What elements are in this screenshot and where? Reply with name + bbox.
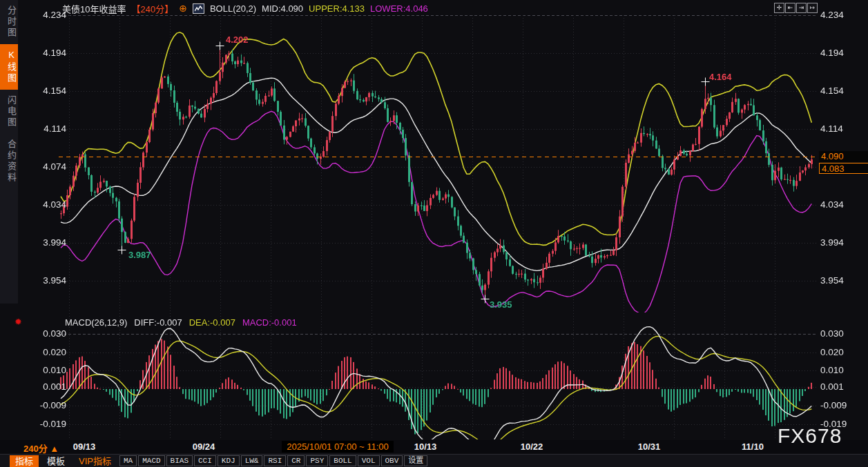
- indicator-obv-button[interactable]: OBV: [381, 455, 403, 466]
- macd-dea-value: DEA:-0.007: [189, 317, 235, 328]
- live-dot-icon: ✹: [15, 317, 22, 327]
- date-tick: 10/22: [516, 441, 548, 452]
- price-axis-label: 4.114: [820, 123, 867, 135]
- macd-diff-value: DIFF:-0.007: [134, 317, 182, 328]
- macd-axis-label: -0.009: [820, 399, 867, 412]
- sidebar-tab-contract-info[interactable]: 合约资料: [0, 134, 18, 189]
- scale-left-icon[interactable]: ⇤: [785, 3, 795, 13]
- indicator-kdj-button[interactable]: KDJ: [218, 455, 240, 466]
- date-tick: 10/31: [633, 441, 665, 452]
- macd-axis-label: 0.020: [820, 346, 867, 359]
- indicator-macd-button[interactable]: MACD: [138, 455, 164, 466]
- instrument-title: 美债10年收益率: [62, 2, 126, 15]
- boll-indicator-label: BOLL(20,2): [210, 3, 256, 14]
- jump-latest-icon[interactable]: ↦: [807, 3, 818, 13]
- price-axis-label: 4.154: [820, 85, 867, 97]
- tab-template[interactable]: 模板: [41, 455, 70, 467]
- high-annotation: 4.164: [709, 72, 732, 82]
- boll-mid-value: MID:4.090: [262, 3, 303, 14]
- alarm-clock-icon[interactable]: ⊕: [179, 3, 187, 14]
- macd-axis-label: 0.020: [0, 346, 66, 359]
- period-tag[interactable]: 【240分】: [131, 2, 173, 15]
- tab-indicator[interactable]: 指标: [10, 455, 39, 467]
- date-tick: 09/13: [68, 441, 100, 452]
- price-axis-label: 4.034: [820, 199, 867, 211]
- fx678-watermark: FX678: [778, 424, 842, 448]
- crosshair-date-label: 2025/10/01 07:00 ~ 11:00 三: [282, 441, 394, 453]
- chart-canvas[interactable]: [0, 0, 868, 467]
- price-axis-label: 3.994: [820, 237, 867, 249]
- macd-axis-label: 0.010: [0, 364, 66, 377]
- indicator-cci-button[interactable]: CCI: [194, 455, 216, 466]
- time-axis: 240分 ▲ 09/13 09/24 10/13 10/22 10/31 11/…: [0, 440, 868, 454]
- low-annotation: 3.987: [128, 250, 151, 260]
- boll-mid-price-tag: 4.090: [819, 151, 868, 162]
- macd-axis-label: 0.030: [820, 328, 867, 340]
- macd-macd-value: MACD:-0.001: [242, 317, 297, 328]
- indicator-ma-button[interactable]: MA: [119, 455, 137, 466]
- macd-name: MACD(26,12,9): [65, 317, 127, 328]
- indicator-toolbar: 指标 模板 VIP指标 MA MACD BIAS CCI KDJ LW& RSI…: [0, 454, 868, 467]
- chart-tool-icons: ✛ ⇤ ⇥ ↦: [774, 3, 818, 13]
- sidebar-tab-lightning-chart[interactable]: 闪电图: [0, 90, 18, 134]
- high-annotation: 4.202: [226, 34, 249, 45]
- macd-axis-label: -0.019: [0, 418, 66, 430]
- boll-lower-value: LOWER:4.046: [370, 3, 428, 14]
- macd-axis-label: 0.030: [0, 328, 66, 340]
- low-annotation: 3.935: [490, 299, 512, 310]
- price-axis-label: 4.194: [820, 47, 867, 59]
- macd-legend: MACD(26,12,9) DIFF:-0.007 DEA:-0.007 MAC…: [65, 317, 297, 328]
- macd-axis-label: 0.010: [820, 364, 867, 377]
- trading-app-window: 分时图 K线图 闪电图 合约资料 美债10年收益率 【240分】 ⊕ BOLL(…: [0, 0, 868, 467]
- indicator-bias-button[interactable]: BIAS: [166, 455, 193, 466]
- sidebar-tab-time-chart[interactable]: 分时图: [0, 0, 18, 44]
- indicator-vol-button[interactable]: VOL: [358, 455, 380, 466]
- indicator-boll-button[interactable]: BOLL: [329, 455, 356, 466]
- chart-type-icon[interactable]: [193, 3, 204, 14]
- date-tick: 09/24: [188, 441, 220, 452]
- macd-axis-label: 0.001: [0, 381, 66, 393]
- scale-right-icon[interactable]: ⇥: [796, 3, 807, 13]
- sidebar-tab-kline-chart[interactable]: K线图: [0, 44, 18, 90]
- period-selector[interactable]: 240分 ▲: [23, 441, 59, 455]
- tab-vip-indicator[interactable]: VIP指标: [73, 455, 117, 467]
- date-tick: 10/13: [409, 441, 441, 452]
- indicator-cr-button[interactable]: CR: [287, 455, 305, 466]
- price-axis-label: 3.954: [820, 275, 867, 287]
- last-price-tag: 4.083: [819, 163, 868, 174]
- indicator-rsi-button[interactable]: RSI: [264, 455, 286, 466]
- indicator-psy-button[interactable]: PSY: [306, 455, 328, 466]
- macd-axis-label: -0.009: [0, 399, 66, 412]
- price-axis-label: 4.234: [820, 9, 867, 21]
- date-tick: 11/10: [737, 441, 769, 452]
- chart-header: 美债10年收益率 【240分】 ⊕ BOLL(20,2) MID:4.090 U…: [62, 2, 428, 14]
- boll-upper-value: UPPER:4.133: [309, 3, 365, 14]
- indicator-lwr-button[interactable]: LW&: [241, 455, 263, 466]
- settings-button[interactable]: 设置: [404, 455, 427, 466]
- macd-axis-label: 0.001: [820, 381, 867, 393]
- chart-mode-sidebar: 分时图 K线图 闪电图 合约资料: [0, 0, 18, 304]
- pan-tool-icon[interactable]: ✛: [774, 3, 784, 13]
